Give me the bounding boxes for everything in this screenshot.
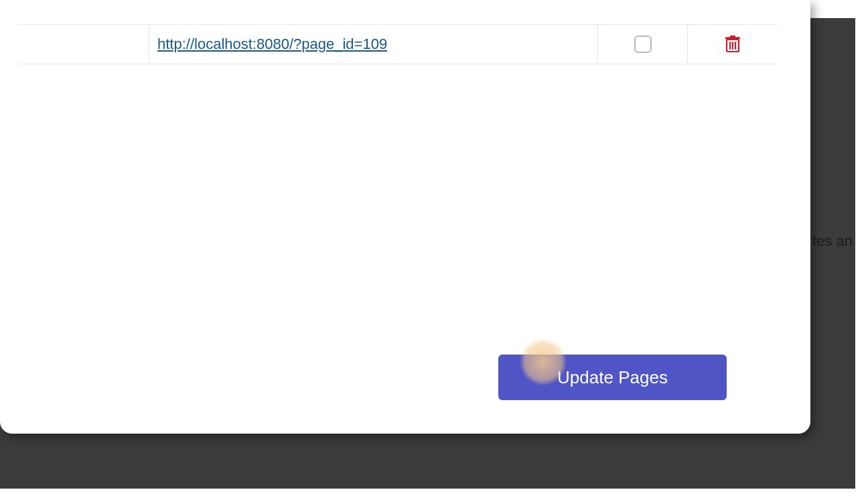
- cell-page-url: http://localhost:8080/?page_id=109: [149, 25, 598, 64]
- update-pages-label: Update Pages: [557, 367, 668, 388]
- pages-table: http://localhost:8080/?page_id=109: [18, 24, 778, 340]
- update-pages-button[interactable]: Update Pages: [498, 355, 727, 400]
- trash-icon: [725, 36, 740, 53]
- background-clipped-text: tes an: [812, 233, 853, 250]
- delete-page-button[interactable]: [723, 34, 743, 54]
- select-page-checkbox[interactable]: [634, 36, 652, 53]
- table-row: http://localhost:8080/?page_id=109: [18, 24, 778, 64]
- pages-modal: http://localhost:8080/?page_id=109: [0, 0, 810, 434]
- cell-checkbox: [598, 25, 688, 64]
- svg-rect-2: [730, 36, 735, 38]
- cell-delete: [688, 25, 778, 64]
- cell-page-name: [18, 25, 149, 64]
- page-url-link[interactable]: http://localhost:8080/?page_id=109: [157, 36, 387, 53]
- app-stage: tes an http://localhost:8080/?page_id=10…: [0, 0, 868, 500]
